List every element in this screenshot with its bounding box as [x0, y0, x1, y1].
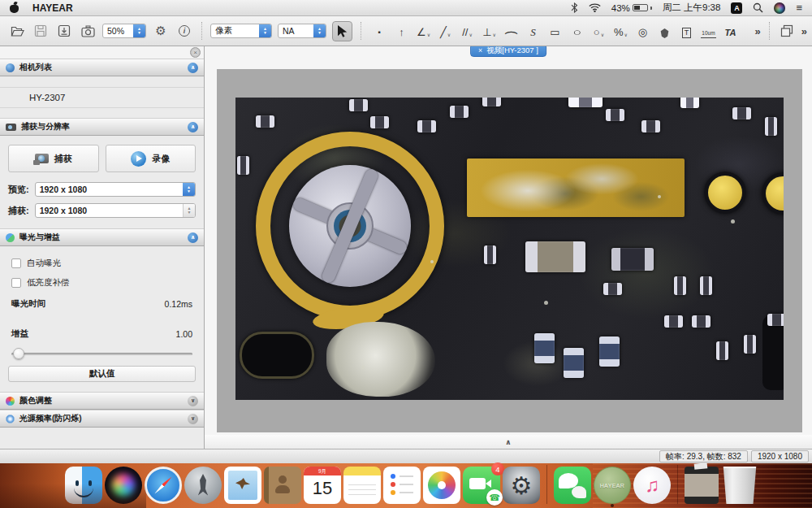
dock-archive-icon[interactable] — [685, 467, 719, 504]
auto-exposure-checkbox[interactable] — [11, 258, 21, 268]
camera-snapshot-button[interactable] — [79, 22, 97, 40]
panel-header-exposure[interactable]: 曝光与增益 ∧ — [0, 228, 204, 246]
microscope-live-view[interactable] — [235, 98, 784, 400]
default-values-button[interactable]: 默认值 — [8, 366, 196, 382]
dock-hayear-icon[interactable]: HAYEAR — [594, 467, 631, 504]
toolbar-overflow-button[interactable]: » — [755, 25, 761, 37]
siri-icon[interactable] — [774, 2, 785, 14]
low-light-row: 低亮度补偿 — [0, 273, 204, 293]
preview-stepper[interactable]: ▲▼ — [183, 183, 195, 196]
panel-header-capture[interactable]: 捕获与分辨率 ∧ — [0, 118, 204, 136]
collapse-button[interactable]: ∧ — [188, 63, 198, 73]
pcb-silver-disc — [289, 165, 411, 287]
gain-slider-thumb[interactable] — [13, 348, 24, 359]
zoom-select[interactable]: 50% ▲▼ — [102, 24, 146, 38]
dock-reminders-icon[interactable] — [383, 467, 421, 504]
tool-concentric-circles[interactable]: ◎ — [633, 21, 653, 41]
bluetooth-icon[interactable] — [571, 2, 578, 13]
tool-angle[interactable]: ∠∨ — [413, 21, 434, 41]
capture-stepper[interactable]: ▲▼ — [183, 204, 195, 217]
tool-annotation[interactable]: TA — [720, 21, 741, 41]
menu-clock[interactable]: 周二 上午9:38 — [663, 2, 721, 14]
dock-wechat-icon[interactable] — [554, 467, 591, 504]
pointer-tool-button[interactable] — [332, 21, 352, 41]
tool-linked-circles[interactable]: %∨ — [611, 21, 631, 41]
tool-arrow-icon: ↑ — [399, 27, 404, 38]
tab-close-icon[interactable]: × — [478, 46, 482, 54]
auto-exposure-row: 自动曝光 — [0, 254, 204, 273]
dock-trash-icon[interactable] — [721, 467, 758, 504]
record-button[interactable]: 录像 — [106, 145, 197, 172]
frame-rate-status: 帧率: 29.3, 帧数: 832 — [659, 450, 748, 462]
tool-line[interactable]: ╱∨ — [435, 21, 456, 41]
app-menu-title[interactable]: HAYEAR — [32, 2, 73, 14]
preview-resolution-select[interactable]: 1920 x 1080 ▲▼ — [35, 182, 196, 197]
battery-indicator[interactable]: 43% — [611, 3, 652, 13]
wifi-icon[interactable] — [589, 3, 601, 12]
dock-launchpad-icon[interactable] — [184, 467, 222, 504]
panel-header-camera-list[interactable]: 相机列表 ∧ — [0, 59, 204, 76]
dock-photos-icon[interactable] — [423, 467, 460, 504]
dock-safari-icon[interactable] — [145, 467, 182, 504]
dock-notes-icon[interactable] — [343, 467, 381, 504]
smd-component — [349, 99, 368, 111]
expand-button[interactable]: ∨ — [188, 396, 198, 406]
collapse-chevron-icon[interactable]: ∧ — [505, 438, 511, 446]
dock-siri-icon[interactable] — [105, 467, 142, 504]
tool-rectangle[interactable]: ▭ — [545, 21, 565, 41]
notification-center-icon[interactable]: ≡ — [796, 2, 802, 14]
collapse-button[interactable]: ∧ — [188, 122, 198, 132]
camera-device-item[interactable]: HY-2307 — [0, 87, 204, 108]
dock-contacts-icon[interactable] — [264, 467, 301, 504]
tool-ellipse[interactable]: ○ — [567, 21, 587, 41]
video-canvas[interactable] — [217, 69, 802, 432]
tool-perpendicular[interactable]: ⊥∨ — [479, 21, 499, 41]
gain-slider[interactable] — [11, 348, 192, 359]
dock: 9月 15 ☎ 4 ⚙ HAYEAR ♫ — [65, 465, 758, 504]
apple-menu-icon[interactable] — [10, 2, 19, 13]
na-select[interactable]: NA ▲▼ — [278, 24, 326, 38]
calendar-month: 9月 — [304, 467, 341, 475]
panel-header-flicker[interactable]: 光源频率(防闪烁) ∨ — [0, 410, 204, 428]
settings-gear-button[interactable]: ⚙ — [152, 22, 170, 40]
input-method-icon[interactable]: A — [731, 2, 742, 14]
tool-circle-icon: ○ — [594, 27, 600, 38]
tool-point[interactable]: · — [369, 21, 390, 41]
zoom-stepper[interactable]: ▲▼ — [133, 24, 145, 37]
tool-text[interactable]: T — [676, 21, 697, 41]
collapse-button[interactable]: ∧ — [188, 232, 198, 243]
dock-facetime-icon[interactable]: ☎ 4 — [463, 467, 500, 504]
dock-finder-icon[interactable] — [65, 467, 102, 504]
tool-arc[interactable]: ) — [501, 21, 521, 41]
save-button[interactable] — [32, 22, 50, 40]
unit-select[interactable]: 像素 ▲▼ — [210, 24, 272, 38]
toolbar-overflow-button-2[interactable]: » — [801, 25, 807, 37]
low-light-checkbox[interactable] — [11, 278, 21, 288]
capture-resolution-select[interactable]: 1920 x 1080 ▲▼ — [35, 203, 196, 218]
spotlight-search-icon[interactable] — [753, 2, 763, 13]
tool-arrow[interactable]: ↑ — [391, 21, 412, 41]
layers-copy-button[interactable] — [778, 22, 796, 40]
sidebar-close-button[interactable]: × — [190, 47, 201, 58]
dock-system-preferences-icon[interactable]: ⚙ — [503, 467, 540, 504]
tool-scale-bar[interactable]: 10um — [698, 21, 719, 41]
album-import-button[interactable] — [55, 22, 73, 40]
info-button[interactable]: i — [175, 22, 193, 40]
chevron-down-icon: ∨ — [447, 32, 451, 38]
tool-parallel-lines[interactable]: //∨ — [457, 21, 477, 41]
tool-curve[interactable]: S — [523, 21, 543, 41]
panel-title: 曝光与增益 — [19, 232, 60, 243]
dock-mail-icon[interactable] — [224, 467, 261, 504]
open-file-button[interactable] — [8, 22, 26, 40]
tool-circle[interactable]: ○∨ — [589, 21, 609, 41]
dock-calendar-icon[interactable]: 9月 15 — [304, 467, 341, 504]
capture-button[interactable]: 捕获 — [8, 145, 99, 172]
na-stepper[interactable]: ▲▼ — [313, 24, 326, 37]
tool-polygon[interactable] — [654, 21, 675, 41]
unit-stepper[interactable]: ▲▼ — [259, 24, 271, 37]
dock-itunes-icon[interactable]: ♫ — [633, 467, 671, 504]
camera-list-icon — [6, 63, 15, 72]
battery-percent: 43% — [611, 3, 630, 13]
expand-button[interactable]: ∨ — [188, 414, 198, 424]
panel-header-color[interactable]: 颜色调整 ∨ — [0, 392, 204, 410]
